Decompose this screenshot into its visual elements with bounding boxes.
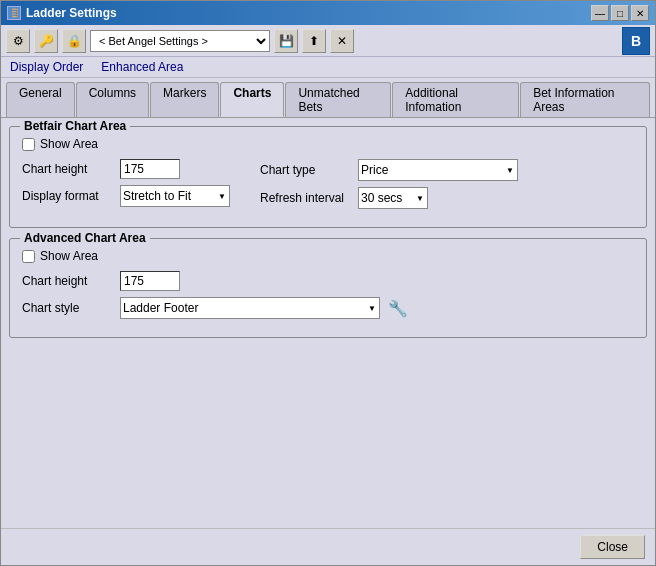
betfair-chart-height-label: Chart height — [22, 162, 112, 176]
betfair-chart-type-wrapper: Price Volume Both — [358, 159, 518, 181]
betfair-refresh-interval-select[interactable]: 10 secs 30 secs 60 secs 5 mins — [358, 187, 428, 209]
menu-display-order[interactable]: Display Order — [6, 59, 87, 75]
tab-bet-information-areas[interactable]: Bet Information Areas — [520, 82, 650, 117]
advanced-chart-height-label: Chart height — [22, 274, 112, 288]
ladder-settings-window: 🪜 Ladder Settings — □ ✕ ⚙ 🔑 🔒 < Bet Ange… — [0, 0, 656, 566]
betfair-chart-type-label: Chart type — [260, 163, 350, 177]
tab-general[interactable]: General — [6, 82, 75, 117]
advanced-show-area-row: Show Area — [22, 249, 634, 263]
footer: Close — [1, 528, 655, 565]
betfair-chart-height-input[interactable] — [120, 159, 180, 179]
betfair-chart-area-title: Betfair Chart Area — [20, 119, 130, 133]
tab-markers[interactable]: Markers — [150, 82, 219, 117]
advanced-chart-height-row: Chart height — [22, 271, 634, 291]
bet-angel-button[interactable]: B — [622, 27, 650, 55]
advanced-chart-style-wrapper: Ladder Footer Standard Candlestick — [120, 297, 380, 319]
title-bar-left: 🪜 Ladder Settings — [7, 6, 117, 20]
betfair-show-area-label: Show Area — [40, 137, 98, 151]
title-controls: — □ ✕ — [591, 5, 649, 21]
tab-charts[interactable]: Charts — [220, 82, 284, 117]
betfair-display-format-row: Display format Stretch to Fit Fixed Auto — [22, 185, 230, 207]
betfair-refresh-interval-row: Refresh interval 10 secs 30 secs 60 secs… — [260, 187, 518, 209]
advanced-chart-height-input[interactable] — [120, 271, 180, 291]
delete-button[interactable]: ✕ — [330, 29, 354, 53]
save-button[interactable]: 💾 — [274, 29, 298, 53]
content-area: Betfair Chart Area Show Area Chart heigh… — [1, 118, 655, 528]
advanced-show-area-checkbox[interactable] — [22, 250, 35, 263]
betfair-chart-type-row: Chart type Price Volume Both — [260, 159, 518, 181]
betfair-chart-height-row: Chart height — [22, 159, 230, 179]
betfair-left-col: Chart height Display format Stretch to F… — [22, 159, 230, 215]
tab-unmatched-bets[interactable]: Unmatched Bets — [285, 82, 391, 117]
maximize-button[interactable]: □ — [611, 5, 629, 21]
tab-additional-info[interactable]: Additional Infomation — [392, 82, 519, 117]
betfair-show-area-row: Show Area — [22, 137, 634, 151]
tab-columns[interactable]: Columns — [76, 82, 149, 117]
betfair-display-format-label: Display format — [22, 189, 112, 203]
close-window-button[interactable]: ✕ — [631, 5, 649, 21]
tabs-bar: General Columns Markers Charts Unmatched… — [1, 78, 655, 118]
menu-enhanced-area[interactable]: Enhanced Area — [97, 59, 187, 75]
advanced-chart-style-label: Chart style — [22, 301, 112, 315]
advanced-chart-area-group: Advanced Chart Area Show Area Chart heig… — [9, 238, 647, 338]
betfair-display-format-wrapper: Stretch to Fit Fixed Auto — [120, 185, 230, 207]
wrench-icon[interactable]: 🔧 — [388, 299, 408, 318]
betfair-right-col: Chart type Price Volume Both Refresh int… — [260, 159, 518, 215]
window-title: Ladder Settings — [26, 6, 117, 20]
window-icon: 🪜 — [7, 6, 21, 20]
minimize-button[interactable]: — — [591, 5, 609, 21]
title-bar: 🪜 Ladder Settings — □ ✕ — [1, 1, 655, 25]
settings-dropdown: < Bet Angel Settings > — [90, 30, 270, 52]
key-icon-button[interactable]: 🔑 — [34, 29, 58, 53]
betfair-display-format-select[interactable]: Stretch to Fit Fixed Auto — [120, 185, 230, 207]
betfair-chart-area-group: Betfair Chart Area Show Area Chart heigh… — [9, 126, 647, 228]
advanced-chart-style-row: Chart style Ladder Footer Standard Candl… — [22, 297, 634, 319]
settings-profile-select[interactable]: < Bet Angel Settings > — [90, 30, 270, 52]
advanced-chart-area-title: Advanced Chart Area — [20, 231, 150, 245]
menu-bar: Display Order Enhanced Area — [1, 57, 655, 78]
upload-button[interactable]: ⬆ — [302, 29, 326, 53]
betfair-chart-type-select[interactable]: Price Volume Both — [358, 159, 518, 181]
betfair-show-area-checkbox[interactable] — [22, 138, 35, 151]
betfair-refresh-interval-wrapper: 10 secs 30 secs 60 secs 5 mins — [358, 187, 428, 209]
betfair-refresh-interval-label: Refresh interval — [260, 191, 350, 205]
close-button[interactable]: Close — [580, 535, 645, 559]
settings-icon-button[interactable]: ⚙ — [6, 29, 30, 53]
advanced-chart-style-select[interactable]: Ladder Footer Standard Candlestick — [120, 297, 380, 319]
toolbar: ⚙ 🔑 🔒 < Bet Angel Settings > 💾 ⬆ ✕ B — [1, 25, 655, 57]
lock-icon-button[interactable]: 🔒 — [62, 29, 86, 53]
advanced-show-area-label: Show Area — [40, 249, 98, 263]
